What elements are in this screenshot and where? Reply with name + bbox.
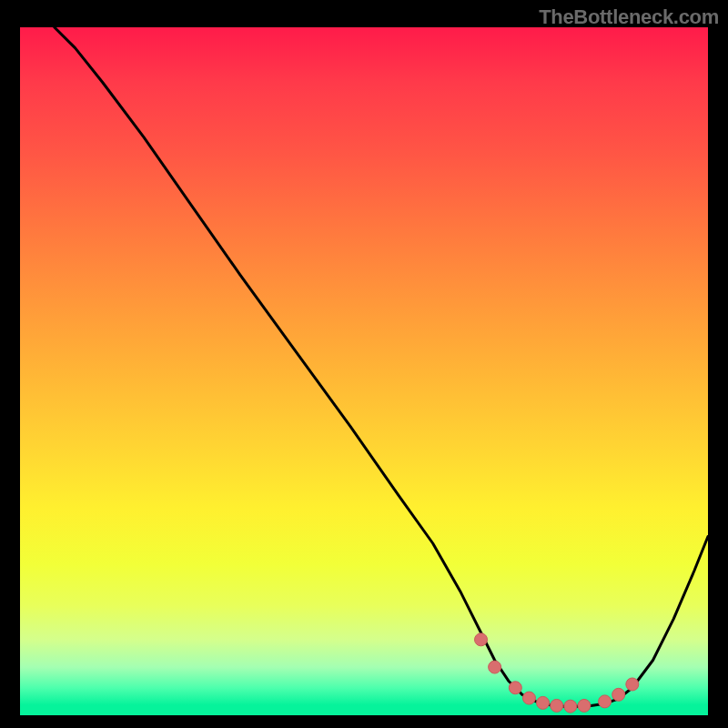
highlight-dot: [537, 696, 550, 709]
highlight-dot: [599, 695, 612, 708]
highlight-dot: [564, 700, 577, 713]
highlight-dot: [578, 699, 591, 712]
highlight-dot: [612, 688, 625, 701]
highlight-dot: [551, 699, 563, 712]
highlight-dot: [509, 682, 521, 694]
highlight-dot: [475, 633, 488, 646]
chart-plot-area: [20, 27, 708, 715]
curve-line: [55, 27, 708, 706]
highlight-dot: [626, 678, 639, 691]
curve-path: [55, 27, 708, 706]
watermark-text: TheBottleneck.com: [539, 5, 719, 29]
chart-svg: [20, 27, 708, 715]
highlight-dot: [522, 692, 535, 704]
highlight-dot: [489, 661, 501, 673]
